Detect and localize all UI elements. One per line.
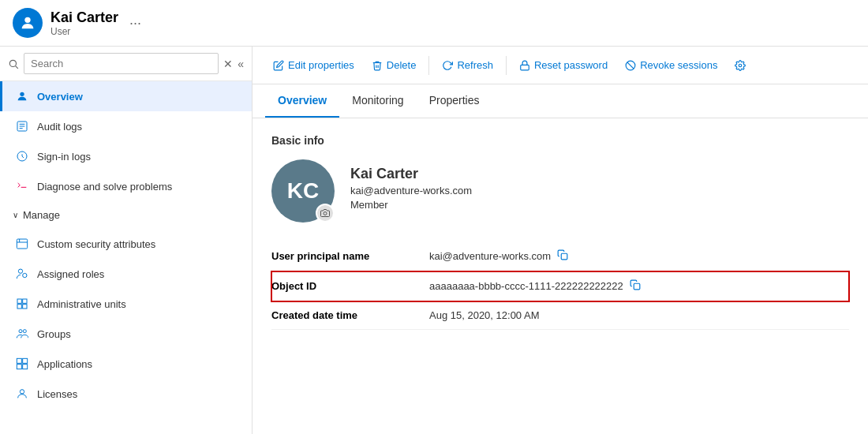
svg-point-29 <box>324 212 327 215</box>
svg-rect-23 <box>23 365 28 369</box>
sidebar-item-overview[interactable]: Overview <box>0 81 252 111</box>
sidebar-item-assigned-roles-label: Assigned roles <box>37 268 104 280</box>
property-row-created-date: Created date time Aug 15, 2020, 12:00 AM <box>271 301 849 330</box>
overview-icon <box>15 89 29 103</box>
signin-logs-icon <box>15 149 29 163</box>
toolbar-divider-1 <box>428 56 429 75</box>
search-bar: ✕ « <box>0 47 252 81</box>
copy-object-id-button[interactable] <box>630 279 641 293</box>
sidebar-item-custom-security[interactable]: Custom security attributes <box>0 229 252 259</box>
svg-point-0 <box>24 17 30 23</box>
svg-point-1 <box>9 60 16 66</box>
overview-content: Basic info KC Kai Carter kai@adventure-w… <box>253 118 868 346</box>
property-value-upn: kai@adventure-works.com <box>429 241 849 271</box>
property-value-created-date: Aug 15, 2020, 12:00 AM <box>429 301 849 329</box>
header-title-block: Kai Carter User <box>51 9 118 37</box>
revoke-sessions-button[interactable]: Revoke sessions <box>617 54 725 76</box>
svg-rect-20 <box>17 358 21 363</box>
svg-rect-30 <box>561 253 567 260</box>
sidebar-item-applications[interactable]: Applications <box>0 349 252 379</box>
sidebar-item-admin-units[interactable]: Administrative units <box>0 289 252 319</box>
property-row-object-id: Object ID aaaaaaaa-bbbb-cccc-1111-222222… <box>271 271 849 301</box>
toolbar-divider-2 <box>506 56 507 75</box>
search-collapse-button[interactable]: « <box>238 58 244 70</box>
delete-button[interactable]: Delete <box>364 54 425 76</box>
sidebar-item-admin-units-label: Administrative units <box>37 298 126 310</box>
sidebar-item-diagnose[interactable]: Diagnose and solve problems <box>0 171 252 201</box>
header-user-subtitle: User <box>51 26 118 37</box>
sidebar-item-applications-label: Applications <box>37 358 92 370</box>
toolbar: Edit properties Delete Refresh Reset pas… <box>253 47 868 84</box>
reset-password-button[interactable]: Reset password <box>511 54 615 76</box>
tabs-bar: Overview Monitoring Properties <box>253 84 868 118</box>
manage-section-header[interactable]: ∨ Manage <box>0 201 252 229</box>
search-clear-button[interactable]: ✕ <box>223 58 233 70</box>
settings-icon <box>735 60 746 71</box>
edit-properties-button[interactable]: Edit properties <box>265 54 362 76</box>
svg-point-24 <box>20 390 24 394</box>
header-user-name: Kai Carter <box>51 9 118 26</box>
svg-point-12 <box>18 269 22 273</box>
svg-point-18 <box>19 330 22 333</box>
avatar-container: KC <box>271 159 335 223</box>
main-layout: ✕ « Overview Audit logs Sign-in logs <box>0 47 868 434</box>
svg-point-3 <box>20 92 24 96</box>
svg-rect-9 <box>17 239 27 249</box>
sidebar-item-licenses[interactable]: Licenses <box>0 379 252 409</box>
tab-monitoring[interactable]: Monitoring <box>339 84 416 118</box>
svg-point-19 <box>23 330 26 333</box>
sidebar: ✕ « Overview Audit logs Sign-in logs <box>0 47 253 434</box>
groups-icon <box>15 327 29 341</box>
camera-icon[interactable] <box>316 204 335 223</box>
profile-name: Kai Carter <box>350 166 472 182</box>
tab-properties[interactable]: Properties <box>417 84 492 118</box>
svg-point-13 <box>23 273 27 277</box>
search-input[interactable] <box>24 53 219 74</box>
properties-table: User principal name kai@adventure-works.… <box>271 241 849 330</box>
svg-rect-17 <box>23 305 27 309</box>
licenses-icon <box>15 387 29 401</box>
svg-rect-25 <box>521 65 529 69</box>
basic-info-title: Basic info <box>271 134 849 147</box>
refresh-icon <box>442 60 453 71</box>
profile-email: kai@adventure-works.com <box>350 185 472 196</box>
manage-chevron-icon: ∨ <box>13 211 18 219</box>
header-more-button[interactable]: ··· <box>126 15 144 32</box>
audit-logs-icon <box>15 119 29 133</box>
delete-icon <box>372 60 383 71</box>
sidebar-item-diagnose-label: Diagnose and solve problems <box>37 181 172 193</box>
refresh-button[interactable]: Refresh <box>434 54 501 76</box>
content-area: Edit properties Delete Refresh Reset pas… <box>253 47 868 434</box>
property-label-object-id: Object ID <box>271 271 429 301</box>
svg-rect-15 <box>23 299 27 303</box>
tab-overview[interactable]: Overview <box>265 84 339 118</box>
custom-security-icon <box>15 237 29 251</box>
sidebar-item-groups[interactable]: Groups <box>0 319 252 349</box>
sidebar-item-signin-logs-label: Sign-in logs <box>37 151 91 163</box>
property-label-created-date: Created date time <box>271 301 429 330</box>
profile-info: Kai Carter kai@adventure-works.com Membe… <box>350 159 472 211</box>
svg-point-28 <box>739 64 743 67</box>
profile-card: KC Kai Carter kai@adventure-works.com Me… <box>271 159 849 223</box>
sidebar-item-assigned-roles[interactable]: Assigned roles <box>0 259 252 289</box>
svg-rect-22 <box>17 365 21 369</box>
sidebar-item-licenses-label: Licenses <box>37 388 77 400</box>
page-header: Kai Carter User ··· <box>0 0 868 47</box>
user-avatar <box>13 8 43 38</box>
settings-button[interactable] <box>727 55 754 76</box>
sidebar-item-audit-logs[interactable]: Audit logs <box>0 111 252 141</box>
svg-rect-21 <box>23 358 28 363</box>
sidebar-item-signin-logs[interactable]: Sign-in logs <box>0 141 252 171</box>
svg-rect-16 <box>17 305 21 309</box>
property-value-object-id: aaaaaaaa-bbbb-cccc-1111-222222222222 <box>429 271 849 301</box>
property-row-upn: User principal name kai@adventure-works.… <box>271 241 849 271</box>
search-icon <box>8 58 19 69</box>
svg-line-2 <box>16 65 18 68</box>
sidebar-item-overview-label: Overview <box>37 91 83 103</box>
assigned-roles-icon <box>15 267 29 281</box>
profile-role: Member <box>350 199 472 211</box>
copy-upn-button[interactable] <box>557 249 568 263</box>
svg-rect-14 <box>17 299 21 303</box>
sidebar-item-custom-security-label: Custom security attributes <box>37 238 155 250</box>
svg-rect-31 <box>634 283 640 290</box>
